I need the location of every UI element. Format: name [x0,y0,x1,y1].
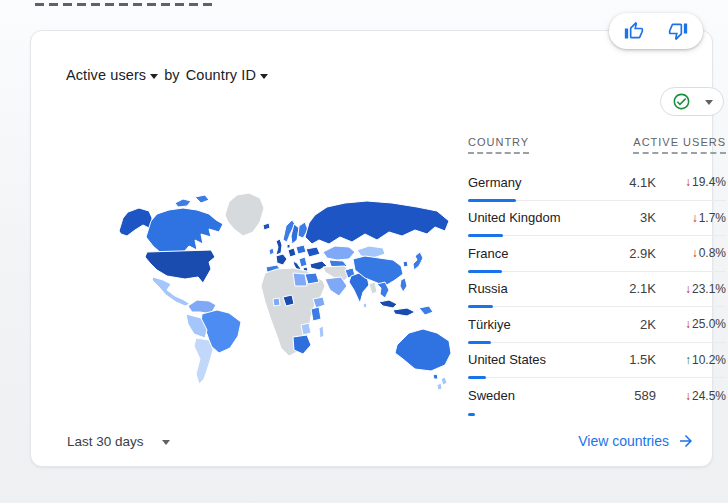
metric-label: Active users [66,67,146,83]
change-percent: ↓25.0% [656,317,726,331]
map-country-mongolia[interactable] [357,246,385,258]
active-users-value: 1.5K [629,352,656,367]
map-country-japan[interactable] [413,252,423,270]
map-country-ukraine[interactable] [306,247,320,257]
map-country-greenland[interactable] [225,193,264,236]
map-country-france[interactable] [276,254,287,265]
metric-selector[interactable]: Active users [66,67,158,83]
country-name: Sweden [468,388,634,403]
map-country-madagascar[interactable] [319,326,324,338]
table-row: Russia 2.1K ↓23.1% [468,272,726,308]
change-percent: ↓23.1% [656,282,726,296]
map-region-arctic-islands[interactable] [175,195,209,207]
change-arrow-icon: ↓ [685,175,691,189]
map-region-malaysia-indonesia[interactable] [379,300,415,316]
map-country-sri-lanka[interactable] [363,303,367,308]
view-countries-link[interactable]: View countries [578,429,695,453]
map-country-philippines[interactable] [400,278,407,292]
map-region-kenya-tanzania[interactable] [311,307,321,321]
country-name: France [468,246,629,261]
map-country-canada[interactable] [146,208,223,253]
country-name: Germany [468,175,629,190]
map-country-egypt[interactable] [305,273,319,284]
table-row: United States 1.5K ↑10.2% [468,343,726,379]
active-users-value: 2.9K [629,246,656,261]
map-country-south-africa[interactable] [293,335,311,354]
country-name: United Kingdom [468,210,640,225]
data-quality-dropdown[interactable] [660,87,724,116]
map-country-russia[interactable] [305,201,449,244]
change-arrow-icon: ↑ [685,353,691,367]
active-users-value: 3K [640,210,656,225]
map-country-myanmar[interactable] [369,282,377,294]
check-circle-icon [672,92,691,111]
map-region-zambia[interactable] [301,323,311,335]
dimension-label: Country ID [186,67,256,83]
map-country-ireland[interactable] [269,248,274,255]
active-users-value: 2.1K [629,281,656,296]
table-row: France 2.9K ↓0.8% [468,236,726,272]
table-row: Türkiye 2K ↓25.0% [468,307,726,343]
date-range-selector[interactable]: Last 30 days [67,429,170,453]
map-country-iceland[interactable] [263,223,270,230]
drag-handle-dashes[interactable] [35,3,217,6]
map-region-tasmania[interactable] [433,374,438,379]
active-users-value: 4.1K [629,175,656,190]
change-arrow-icon: ↓ [692,246,698,260]
column-header-country[interactable]: COUNTRY [468,136,529,154]
thumbs-down-icon[interactable] [668,21,688,41]
date-range-label: Last 30 days [67,434,144,449]
chevron-down-icon [705,100,713,105]
map-region-poland-czechia[interactable] [296,245,306,254]
map-region-west-africa[interactable] [273,298,280,306]
table-header-row: COUNTRY ACTIVE USERS [468,136,726,154]
map-country-united-kingdom[interactable] [276,239,282,255]
row-proportion-bar [468,413,475,416]
thumbs-up-icon[interactable] [624,21,644,41]
map-country-libya[interactable] [293,273,307,286]
active-users-value: 589 [634,388,656,403]
feedback-pill [609,13,703,49]
map-region-balkans[interactable] [299,257,307,267]
map-country-germany[interactable] [288,248,296,257]
world-choropleth-map[interactable] [97,173,459,429]
change-percent: ↓24.5% [656,389,726,403]
column-header-active-users[interactable]: ACTIVE USERS [633,136,726,154]
arrow-forward-icon [677,432,695,450]
widget-title: Active users by Country ID [66,65,268,85]
chevron-down-icon [260,74,268,79]
table-body: Germany 4.1K ↓19.4% United Kingdom 3K ↓1… [468,165,726,414]
world-map-svg [97,173,459,429]
change-arrow-icon: ↓ [685,317,691,331]
table-row: Sweden 589 ↓24.5% [468,378,726,414]
map-country-denmark[interactable] [287,244,290,248]
map-country-ethiopia[interactable] [313,297,325,308]
country-name: Türkiye [468,317,640,332]
map-region-mexico-central-america[interactable] [152,277,190,306]
country-name: Russia [468,281,629,296]
table-row: United Kingdom 3K ↓1.7% [468,201,726,237]
country-table: COUNTRY ACTIVE USERS Germany 4.1K ↓19.4%… [468,136,726,414]
dimension-selector[interactable]: Country ID [186,67,268,83]
map-country-alaska[interactable] [119,208,152,236]
chevron-down-icon [162,440,170,445]
active-users-value: 2K [640,317,656,332]
chevron-down-icon [150,74,158,79]
active-users-by-country-card: Active users by Country ID [30,30,713,467]
map-region-new-guinea[interactable] [419,306,433,315]
map-country-new-zealand[interactable] [437,377,447,390]
change-arrow-icon: ↓ [685,282,691,296]
view-countries-label: View countries [578,433,669,449]
map-country-australia[interactable] [395,329,451,371]
map-country-kazakhstan[interactable] [323,246,355,260]
table-row: Germany 4.1K ↓19.4% [468,165,726,201]
change-percent: ↓0.8% [656,246,726,260]
change-percent: ↑10.2% [656,353,726,367]
change-percent: ↓1.7% [656,211,726,225]
map-region-chile-argentina[interactable] [194,338,213,384]
map-country-south-korea[interactable] [403,261,408,267]
change-arrow-icon: ↓ [692,211,698,225]
change-arrow-icon: ↓ [685,389,691,403]
title-connector: by [164,67,180,83]
country-name: United States [468,352,629,367]
